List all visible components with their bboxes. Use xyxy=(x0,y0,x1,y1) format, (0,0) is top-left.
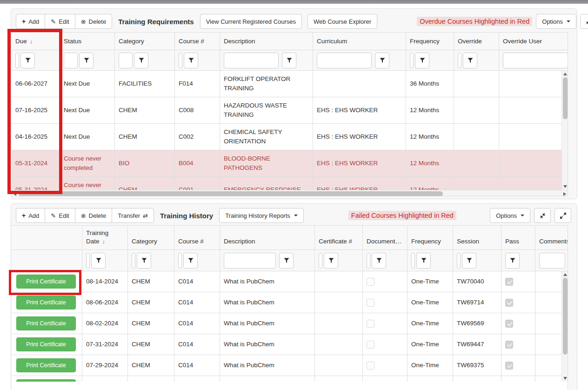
session-filter-input[interactable] xyxy=(457,253,461,269)
column-header-description[interactable]: Description xyxy=(220,33,313,50)
requirement-row[interactable]: 06-06-2027 Next Due FACILITIES F014 FORK… xyxy=(12,71,568,97)
pass-checkbox[interactable] xyxy=(505,320,513,328)
column-header-curriculum[interactable]: Curriculum xyxy=(313,33,406,50)
horizontal-scroll-thumb[interactable] xyxy=(19,191,443,196)
column-header-status[interactable]: Status xyxy=(60,33,115,50)
training-history-reports-button[interactable]: Training History Reports xyxy=(219,208,304,223)
category-filter-input[interactable] xyxy=(119,53,133,68)
column-header-course[interactable]: Course # xyxy=(175,33,220,50)
frequency-filter-input[interactable] xyxy=(411,253,415,269)
column-header-document[interactable]: Document… xyxy=(363,226,408,249)
add-button[interactable]: +Add xyxy=(16,14,45,29)
pass-checkbox[interactable] xyxy=(505,341,513,349)
scroll-left-arrow[interactable] xyxy=(13,192,16,196)
document-checkbox[interactable] xyxy=(367,278,374,286)
collapse-grid-button[interactable] xyxy=(580,14,588,29)
history-row[interactable]: Print Certificate 07-31-2024 CHEM C014 W… xyxy=(12,334,568,355)
transfer-button[interactable]: Transfer⇄ xyxy=(112,208,154,223)
frequency-filter-button[interactable] xyxy=(416,253,431,269)
due-filter-button[interactable] xyxy=(20,53,35,68)
override-filter-button[interactable] xyxy=(463,53,477,68)
delete-button[interactable]: ⊗Delete xyxy=(75,14,112,29)
print-certificate-button[interactable]: Print Certificate xyxy=(16,358,76,372)
column-header-course[interactable]: Course # xyxy=(174,226,220,249)
certificate-filter-button[interactable] xyxy=(324,253,338,269)
column-header-pass[interactable]: Pass xyxy=(501,226,535,249)
column-header-frequency[interactable]: Frequency xyxy=(408,226,453,249)
column-header-due[interactable]: Due↓ xyxy=(12,33,60,50)
override-user-filter-input[interactable] xyxy=(503,53,568,68)
requirement-row-overdue[interactable]: 05-31-2024 Course never completed CHEM C… xyxy=(12,177,568,190)
delete-button[interactable]: ⊗Delete xyxy=(75,208,112,223)
requirement-row[interactable]: 07-16-2025 Next Due CHEM C008 HAZARDOUS … xyxy=(12,97,568,124)
certificate-filter-input[interactable] xyxy=(319,253,322,269)
category-filter-input[interactable] xyxy=(132,253,135,269)
pass-checkbox[interactable] xyxy=(505,278,513,286)
date-filter-input[interactable] xyxy=(86,253,90,269)
description-filter-button[interactable] xyxy=(279,253,294,269)
course-filter-input[interactable] xyxy=(179,53,182,68)
comments-filter-input[interactable] xyxy=(539,253,565,269)
edit-button[interactable]: ✎Edit xyxy=(45,208,75,223)
status-filter-input[interactable] xyxy=(64,53,78,68)
column-header-category[interactable]: Category xyxy=(115,33,175,50)
pass-checkbox[interactable] xyxy=(505,299,513,307)
scroll-right-arrow[interactable] xyxy=(563,192,566,196)
category-filter-button[interactable] xyxy=(137,253,151,269)
pass-checkbox[interactable] xyxy=(505,362,513,370)
date-filter-button[interactable] xyxy=(91,253,106,269)
document-checkbox[interactable] xyxy=(367,341,374,349)
description-filter-input[interactable] xyxy=(224,253,276,269)
column-header-certificate[interactable]: Certificate # xyxy=(315,226,363,249)
column-header-comments[interactable]: Comments xyxy=(535,226,568,249)
frequency-filter-input[interactable] xyxy=(410,53,414,68)
course-filter-button[interactable] xyxy=(184,53,198,68)
due-filter-input[interactable] xyxy=(15,53,19,68)
description-filter-input[interactable] xyxy=(224,53,279,68)
vertical-scroll-thumb[interactable] xyxy=(563,278,568,355)
curriculum-filter-button[interactable] xyxy=(375,53,389,68)
document-filter-input[interactable] xyxy=(367,253,370,269)
session-filter-button[interactable] xyxy=(462,253,476,269)
expand-grid-button[interactable] xyxy=(555,208,571,223)
print-certificate-button[interactable]: Print Certificate xyxy=(16,337,76,351)
view-registered-courses-button[interactable]: View Current Registered Courses xyxy=(200,14,302,29)
column-header-description[interactable]: Description xyxy=(220,226,315,249)
scroll-up-arrow[interactable] xyxy=(563,73,567,75)
override-filter-input[interactable] xyxy=(458,53,461,68)
column-header-category[interactable]: Category xyxy=(128,226,174,249)
column-header-training-date[interactable]: Training Date↓ xyxy=(82,226,128,249)
column-header-override[interactable]: Override xyxy=(454,33,499,50)
curriculum-filter-input[interactable] xyxy=(317,53,372,68)
document-checkbox[interactable] xyxy=(367,299,374,307)
course-filter-button[interactable] xyxy=(183,253,198,269)
frequency-filter-button[interactable] xyxy=(415,53,429,68)
vertical-scrollbar[interactable] xyxy=(561,71,568,190)
history-row[interactable]: Print Certificate 08-02-2024 CHEM C014 W… xyxy=(12,313,568,334)
status-filter-button[interactable] xyxy=(79,53,94,68)
column-header-session[interactable]: Session xyxy=(453,226,501,249)
web-course-explorer-button[interactable]: Web Course Explorer xyxy=(307,14,377,29)
history-row-partial[interactable]: Print Certificate xyxy=(12,376,568,382)
print-certificate-button[interactable]: Print Certificate xyxy=(16,379,76,382)
requirement-row[interactable]: 04-16-2025 Next Due CHEM C002 CHEMICAL S… xyxy=(12,124,568,150)
print-certificate-button[interactable]: Print Certificate xyxy=(16,316,76,330)
column-header-frequency[interactable]: Frequency xyxy=(406,33,454,50)
options-button[interactable]: Options xyxy=(490,208,530,223)
collapse-grid-button[interactable] xyxy=(534,208,551,223)
history-row[interactable]: Print Certificate 08-06-2024 CHEM C014 W… xyxy=(12,292,568,313)
edit-button[interactable]: ✎Edit xyxy=(45,14,75,29)
description-filter-button[interactable] xyxy=(282,53,296,68)
scroll-down-arrow[interactable] xyxy=(563,185,567,188)
document-filter-button[interactable] xyxy=(372,253,386,269)
pass-filter-button[interactable] xyxy=(505,253,520,269)
requirement-row-overdue[interactable]: 05-31-2024 Course never completed BIO B0… xyxy=(12,150,568,177)
scroll-down-arrow[interactable] xyxy=(563,377,567,380)
options-button[interactable]: Options xyxy=(536,14,576,29)
document-checkbox[interactable] xyxy=(367,362,374,370)
course-filter-input[interactable] xyxy=(178,253,182,269)
print-certificate-button[interactable]: Print Certificate xyxy=(16,296,76,309)
history-row[interactable]: Print Certificate 08-14-2024 CHEM C014 W… xyxy=(12,271,568,292)
document-checkbox[interactable] xyxy=(367,320,374,328)
column-header-override-user[interactable]: Override User xyxy=(499,33,568,50)
